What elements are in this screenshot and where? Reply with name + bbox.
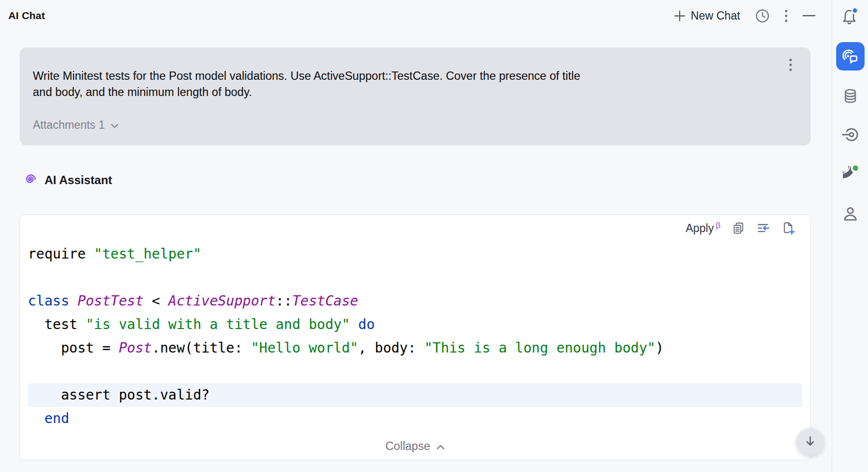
collapse-button[interactable]: Collapse <box>20 437 810 455</box>
assistant-name: AI Assistant <box>45 173 112 187</box>
code-toolbar: Apply β <box>686 221 796 236</box>
add-to-file-icon[interactable] <box>781 221 796 236</box>
chevron-up-icon <box>436 440 445 453</box>
code-content: require "test_helper" class PostTest < A… <box>20 242 810 430</box>
tool-stripe <box>832 0 868 472</box>
assistant-header: AI Assistant <box>24 172 112 188</box>
sidebar-item-database[interactable] <box>842 88 858 107</box>
attachments-label: Attachments 1 <box>33 118 105 132</box>
apply-button[interactable]: Apply β <box>686 221 721 236</box>
header-actions: New Chat <box>673 8 816 24</box>
new-chat-label: New Chat <box>691 9 740 23</box>
notifications-bell-icon[interactable] <box>841 6 860 28</box>
beta-badge: β <box>716 218 721 233</box>
down-arrow-icon <box>804 435 817 449</box>
user-message-line: Write Minitest tests for the Post model … <box>33 68 781 84</box>
insert-at-caret-icon[interactable] <box>756 221 771 236</box>
user-message-text: Write Minitest tests for the Post model … <box>33 68 781 100</box>
plus-icon <box>673 9 686 23</box>
user-message-line: and body, and the minimum length of body… <box>33 84 781 100</box>
dependency-checker-icon <box>841 163 860 184</box>
code-block-card: Apply β require "test_helper" <box>20 214 811 460</box>
profile-icon <box>842 205 859 223</box>
code-line-highlighted: assert post.valid? <box>28 383 802 407</box>
sidebar-item-dependency-checker[interactable] <box>841 163 860 186</box>
sidebar-item-profile[interactable] <box>842 205 859 225</box>
endpoints-icon <box>842 126 859 143</box>
code-line: require "test_helper" <box>28 242 802 266</box>
code-line: post = Post.new(title: "Hello world", bo… <box>28 336 802 360</box>
toolwindow-header: AI Chat New Chat <box>0 0 832 31</box>
copy-icon[interactable] <box>731 221 746 236</box>
sidebar-item-ai-chat[interactable] <box>836 42 865 71</box>
sidebar-item-endpoints[interactable] <box>842 126 859 145</box>
ai-spiral-icon <box>24 172 37 188</box>
database-icon <box>842 88 858 105</box>
history-clock-icon[interactable] <box>755 8 770 24</box>
new-chat-button[interactable]: New Chat <box>673 9 740 23</box>
page-title: AI Chat <box>8 10 45 22</box>
attachments-toggle[interactable]: Attachments 1 <box>33 118 119 132</box>
scroll-to-bottom-button[interactable] <box>796 428 824 456</box>
code-line: end <box>28 407 802 430</box>
chevron-down-icon <box>111 118 119 132</box>
code-line <box>28 266 802 289</box>
more-menu-icon[interactable] <box>785 9 788 23</box>
code-line <box>28 360 802 383</box>
minimize-icon[interactable] <box>802 14 816 17</box>
code-line: test "is valid with a title and body" do <box>28 313 802 336</box>
ai-chat-icon <box>842 47 859 65</box>
code-line: class PostTest < ActiveSupport::TestCase <box>28 289 802 313</box>
apply-label: Apply <box>686 221 714 236</box>
message-more-icon[interactable] <box>789 58 792 71</box>
user-message-bubble: Write Minitest tests for the Post model … <box>20 47 811 145</box>
collapse-label: Collapse <box>386 440 430 453</box>
